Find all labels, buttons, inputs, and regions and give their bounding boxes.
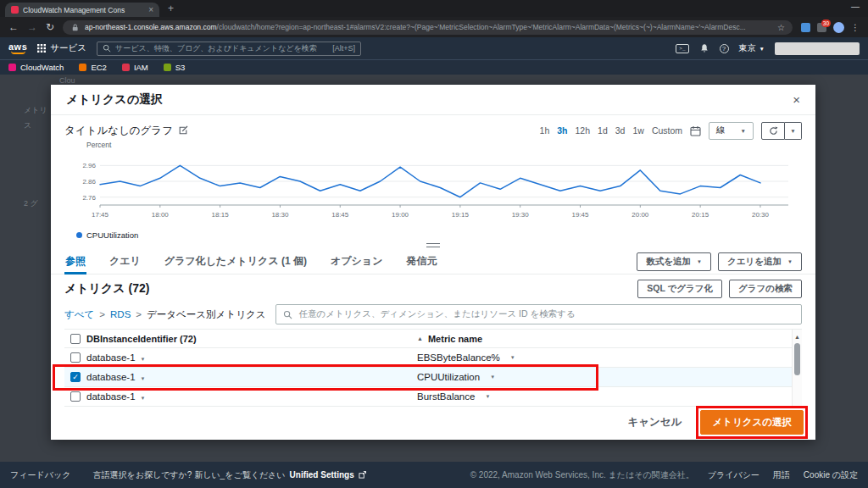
chevron-down-icon[interactable]: ▼ [141,376,146,381]
footer-link-1[interactable]: 用語 [773,469,790,481]
favorite-ec2[interactable]: EC2 [79,63,106,72]
feedback-link[interactable]: フィードバック [10,469,70,481]
search-shortcut: [Alt+S] [332,44,355,53]
profile-avatar[interactable] [833,22,844,33]
metric-name: BurstBalance [417,391,475,402]
footer-link-2[interactable]: Cookie の設定 [804,469,858,481]
chevron-down-icon[interactable]: ▼ [141,396,146,401]
chevron-down-icon[interactable]: ▼ [485,394,490,399]
svg-text:18:30: 18:30 [271,211,289,219]
metrics-tab-0[interactable]: 参照 [64,248,86,274]
notifications-bell-icon[interactable] [699,43,709,53]
footer-links: プライバシー用語Cookie の設定 [708,469,858,481]
breadcrumb-item[interactable]: すべて [64,308,94,321]
chart-legend[interactable]: CPUUtilization [76,230,802,241]
time-range-3d[interactable]: 3d [615,125,626,136]
bookmark-star-icon[interactable]: ☆ [777,23,785,32]
column-db-instance-identifier[interactable]: DBInstanceIdentifier (72) [86,334,417,344]
row-checkbox[interactable] [70,352,81,363]
row-checkbox[interactable] [70,391,81,402]
time-range-custom[interactable]: Custom [652,125,682,136]
reload-icon[interactable]: ↻ [46,22,54,32]
tab-title: CloudWatch Management Cons [23,6,144,14]
favorite-s3[interactable]: S3 [164,63,186,72]
service-icon [79,64,86,71]
browser-tab[interactable]: CloudWatch Management Cons × [5,3,159,17]
time-range-3h[interactable]: 3h [557,125,567,136]
modal-header: メトリクスの選択 × [51,85,815,115]
table-row[interactable]: database-1▼EBSByteBalance%▼ [64,348,802,368]
services-menu-button[interactable]: サービス [37,42,86,54]
table-row[interactable]: ✓database-1▼CPUUtilization▼ [64,368,802,387]
refresh-options-button[interactable]: ▼ [785,122,802,140]
forward-icon[interactable]: → [27,22,37,32]
breadcrumb: すべて>RDS>データベース別メトリクス [64,308,265,321]
metrics-tab-1[interactable]: クエリ [108,248,142,274]
console-search-input[interactable]: サービス、特徴、ブログ、およびドキュメントなどを検索 [Alt+S] [97,42,361,56]
time-range-1h[interactable]: 1h [540,125,550,136]
svg-text:19:00: 19:00 [392,211,409,219]
window-minimize-icon[interactable]: — [851,2,860,11]
resize-handle[interactable] [426,243,440,247]
aws-console-header: aws サービス サービス、特徴、ブログ、およびドキュメントなどを検索 [Alt… [0,37,868,59]
chevron-down-icon[interactable]: ▼ [490,374,495,380]
calendar-icon[interactable] [690,125,701,136]
browser-menu-icon[interactable]: ⋮ [851,23,860,32]
unified-settings-link[interactable]: Unified Settings [290,470,354,480]
column-metric-name[interactable]: Metric name [428,334,482,344]
close-icon[interactable]: × [793,92,800,107]
line-style-select[interactable]: 線 ▼ [709,122,754,140]
add-math-button[interactable]: 数式を追加▼ [637,252,711,271]
footer-link-0[interactable]: プライバシー [708,469,760,481]
refresh-button[interactable] [761,122,785,140]
extension-icon[interactable]: 30 [817,23,826,32]
time-range-1d[interactable]: 1d [598,125,608,136]
table-scrollbar[interactable]: ▲ [792,330,802,407]
favorite-label: IAM [134,63,148,72]
row-checkbox[interactable]: ✓ [70,372,81,382]
search-icon [283,310,292,319]
address-bar[interactable]: ap-northeast-1.console.aws.amazon.com/cl… [63,20,793,35]
new-tab-button[interactable]: + [168,3,174,14]
edit-graph-title-icon[interactable] [178,125,188,136]
cloudwatch-favicon-icon [11,6,19,14]
svg-text:19:30: 19:30 [512,211,530,219]
footer-right: © 2022, Amazon Web Services, Inc. またはその関… [470,469,858,481]
chart-area: Percent 2.762.862.9617:4518:0018:1518:30… [51,141,815,241]
breadcrumb-item[interactable]: RDS [110,309,131,319]
graph-search-button[interactable]: グラフの検索 [729,280,802,298]
favorite-label: CloudWatch [20,63,64,72]
select-all-checkbox[interactable] [70,334,81,344]
metrics-tab-3[interactable]: オプション [330,248,383,274]
region-selector[interactable]: 東京 ▼ [739,42,765,54]
favorite-iam[interactable]: IAM [122,63,148,72]
legend-marker-icon [76,232,82,238]
time-range-12h[interactable]: 12h [576,125,591,136]
scrollbar-thumb[interactable] [794,343,800,375]
language-notice: 言語選択をお探しですか? 新しい_をご覧ください Unified Setting… [92,469,365,481]
graph-with-sql-button[interactable]: SQL でグラフ化 [637,280,722,298]
metric-name: CPUUtilization [417,372,480,382]
aws-logo[interactable]: aws [8,42,27,54]
service-icon [8,64,16,71]
account-menu-redacted[interactable] [775,42,860,55]
tab-close-icon[interactable]: × [148,6,153,14]
chevron-down-icon[interactable]: ▼ [510,355,515,360]
svg-text:18:15: 18:15 [212,211,230,219]
select-metric-button[interactable]: メトリクスの選択 [700,410,804,435]
select-metric-modal: メトリクスの選択 × タイトルなしのグラフ 1h3h12h1d3d1wCusto… [51,85,815,440]
add-query-button[interactable]: クエリを追加▼ [718,252,802,271]
back-icon[interactable]: ← [8,22,19,32]
metrics-tab-4[interactable]: 発信元 [405,248,437,274]
scroll-up-icon[interactable]: ▲ [794,334,800,340]
metrics-filter-row: すべて>RDS>データベース別メトリクス 任意のメトリクス、ディメンション、また… [51,300,815,329]
extension-icon[interactable] [801,23,810,32]
help-icon[interactable]: ? [720,44,729,53]
chevron-down-icon[interactable]: ▼ [141,357,146,362]
cloudshell-icon[interactable]: >_ [676,44,688,53]
time-range-1w[interactable]: 1w [632,125,643,136]
metrics-tab-2[interactable]: グラフ化したメトリクス (1 個) [164,248,308,274]
metric-search-input[interactable]: 任意のメトリクス、ディメンション、またはリソース ID を検索する [275,304,802,324]
favorite-cloudwatch[interactable]: CloudWatch [8,63,64,72]
cancel-button[interactable]: キャンセル [627,415,682,430]
